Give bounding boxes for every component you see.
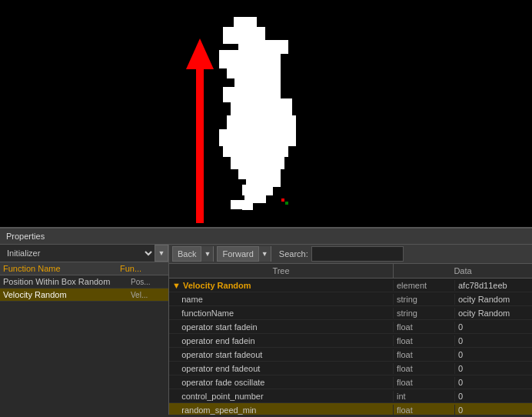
- tree-name: Velocity Random: [183, 281, 251, 290]
- tree-col-name: operator start fadein: [169, 322, 394, 332]
- arrow-head: [186, 38, 214, 69]
- tree-row[interactable]: operator start fadeout float 0: [169, 348, 532, 362]
- tree-col-type: int: [394, 391, 455, 402]
- tree-col-type: string: [394, 294, 455, 305]
- search-label: Search:: [279, 249, 308, 259]
- tree-name: control_point_number: [181, 392, 263, 401]
- tree-col-name: ▼ Velocity Random: [169, 280, 394, 291]
- tree-col-data: 0: [455, 335, 532, 346]
- tree-col-type: float: [394, 405, 455, 415]
- search-input[interactable]: [311, 246, 404, 262]
- tree-col-name: control_point_number: [169, 391, 394, 402]
- tree-name: operator start fadein: [181, 322, 257, 332]
- tree-row[interactable]: ▼ Velocity Random element afc78d11eeb: [169, 279, 532, 292]
- particle: [242, 202, 253, 210]
- tree-row[interactable]: name string ocity Random: [169, 292, 532, 306]
- tree-col-data: 0: [455, 363, 532, 374]
- function-row-position[interactable]: Position Within Box Random Pos...: [0, 275, 168, 289]
- left-panel: Initializer ▼ Function Name Fun... Posit…: [0, 245, 169, 415]
- red-axis-dot: [281, 198, 284, 202]
- tree-row[interactable]: operator fade oscillate float 0: [169, 375, 532, 389]
- tree-row[interactable]: functionName string ocity Random: [169, 306, 532, 320]
- right-panel: Back ▼ Forward ▼ Search: Tree Data ▼: [169, 245, 532, 415]
- tree-col-type: float: [394, 335, 455, 346]
- properties-header: Properties: [0, 229, 532, 245]
- tree-name: operator end fadeout: [181, 364, 260, 373]
- fn-fun-position: Pos...: [131, 278, 165, 286]
- viewport: [0, 0, 532, 227]
- tree-name: functionName: [181, 309, 234, 318]
- tree-row[interactable]: random_speed_min float 0: [169, 403, 532, 415]
- tree-rows-container: ▼ Velocity Random element afc78d11eeb na…: [169, 279, 532, 415]
- forward-dropdown-arrow[interactable]: ▼: [258, 246, 271, 262]
- arrow-shaft: [196, 69, 204, 223]
- tree-col-data: 0: [455, 391, 532, 402]
- toolbar-row: Back ▼ Forward ▼ Search:: [169, 245, 532, 264]
- tree-col-data: 0: [455, 322, 532, 332]
- th-tree: Tree: [169, 264, 394, 278]
- initializer-bar: Initializer ▼: [0, 245, 168, 262]
- fn-col-name-header: Function Name: [3, 264, 120, 273]
- back-dropdown[interactable]: Back ▼: [172, 246, 214, 262]
- forward-label: Forward: [218, 249, 258, 259]
- fn-col-scroll-header: [155, 264, 165, 273]
- tree-col-name: operator end fadeout: [169, 363, 394, 374]
- tree-toggle: ▼: [172, 281, 181, 290]
- tree-col-type: float: [394, 322, 455, 332]
- tree-name: random_speed_min: [181, 405, 256, 415]
- tree-col-data: 0: [455, 405, 532, 415]
- forward-dropdown[interactable]: Forward ▼: [217, 246, 271, 262]
- properties-panel: Properties Initializer ▼ Function Name F…: [0, 227, 532, 417]
- tree-col-data: ocity Random: [455, 294, 532, 305]
- fn-name-velocity: Velocity Random: [3, 290, 131, 299]
- tree-name: name: [181, 295, 203, 304]
- tree-col-data: ocity Random: [455, 308, 532, 319]
- function-row-velocity[interactable]: Velocity Random Vel...: [0, 289, 168, 302]
- tree-col-type: float: [394, 349, 455, 360]
- tree-col-name: functionName: [169, 308, 394, 319]
- properties-body: Initializer ▼ Function Name Fun... Posit…: [0, 245, 532, 415]
- fn-name-position: Position Within Box Random: [3, 277, 131, 286]
- tree-col-name: operator start fadeout: [169, 349, 394, 360]
- function-table: Function Name Fun... Position Within Box…: [0, 262, 168, 415]
- tree-name: operator end fadein: [181, 336, 254, 345]
- green-axis-dot: [285, 202, 288, 205]
- tree-col-type: element: [394, 280, 455, 291]
- th-data: Data: [394, 264, 532, 278]
- tree-col-type: string: [394, 308, 455, 319]
- tree-name: operator start fadeout: [181, 350, 262, 359]
- tree-row[interactable]: operator end fadeout float 0: [169, 362, 532, 375]
- tree-col-data: afc78d11eeb: [455, 280, 532, 291]
- tree-row[interactable]: operator start fadein float 0: [169, 320, 532, 334]
- fn-col-fun-header: Fun...: [120, 264, 155, 273]
- tree-name: operator fade oscillate: [181, 378, 264, 387]
- back-dropdown-arrow[interactable]: ▼: [201, 246, 213, 262]
- tree-col-name: operator fade oscillate: [169, 377, 394, 388]
- tree-row[interactable]: operator end fadein float 0: [169, 334, 532, 348]
- fn-fun-velocity: Vel...: [131, 291, 165, 299]
- tree-col-name: name: [169, 294, 394, 305]
- tree-col-data: 0: [455, 349, 532, 360]
- tree-col-name: operator end fadein: [169, 335, 394, 346]
- tree-row[interactable]: control_point_number int 0: [169, 389, 532, 403]
- tree-header: Tree Data: [169, 264, 532, 279]
- function-table-header: Function Name Fun...: [0, 262, 168, 275]
- tree-col-type: float: [394, 363, 455, 374]
- tree-area: Tree Data ▼ Velocity Random element afc7…: [169, 264, 532, 415]
- tree-col-data: 0: [455, 377, 532, 388]
- arrow-indicator: [188, 38, 211, 223]
- properties-title: Properties: [6, 232, 45, 241]
- initializer-dropdown-arrow[interactable]: ▼: [155, 245, 168, 262]
- back-label: Back: [173, 249, 201, 259]
- tree-col-name: random_speed_min: [169, 405, 394, 415]
- tree-col-type: float: [394, 377, 455, 388]
- initializer-select[interactable]: Initializer: [0, 245, 155, 262]
